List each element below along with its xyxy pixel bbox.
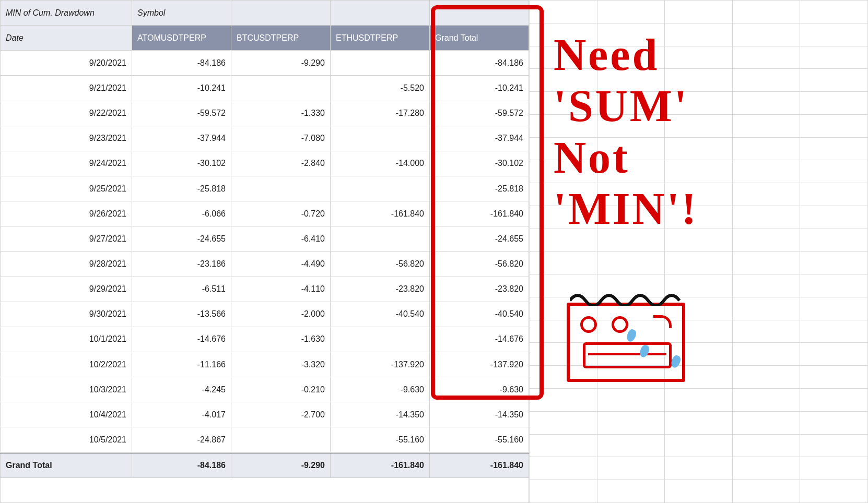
table-row[interactable]: 9/30/2021-13.566-2.000-40.540-40.540 <box>1 302 529 327</box>
blank-cell[interactable] <box>732 137 800 160</box>
blank-cell[interactable] <box>800 23 868 46</box>
blank-cell[interactable] <box>665 46 733 69</box>
blank-cell[interactable] <box>732 160 800 183</box>
value-cell[interactable]: -9.630 <box>331 377 430 402</box>
value-cell[interactable]: -5.520 <box>331 76 430 101</box>
blank-cell[interactable] <box>530 160 597 183</box>
value-cell[interactable]: -40.540 <box>331 302 430 327</box>
value-cell[interactable] <box>231 76 331 101</box>
blank-cell[interactable] <box>800 252 868 274</box>
date-cell[interactable]: 10/3/2021 <box>1 377 132 402</box>
blank-cell[interactable] <box>665 411 733 434</box>
blank-cell[interactable] <box>597 137 665 160</box>
table-row[interactable]: 9/25/2021-25.818-25.818 <box>1 176 529 201</box>
blank-cell[interactable] <box>665 69 733 92</box>
value-cell[interactable] <box>331 126 430 151</box>
date-cell[interactable]: 10/2/2021 <box>1 352 132 377</box>
blank-cell[interactable] <box>665 92 733 115</box>
value-cell[interactable]: -56.820 <box>430 252 529 277</box>
blank-cell[interactable] <box>597 229 665 252</box>
blank-cell[interactable] <box>800 274 868 297</box>
blank-cell[interactable] <box>800 160 868 183</box>
table-row[interactable]: 9/24/2021-30.102-2.840-14.000-30.102 <box>1 151 529 176</box>
value-cell[interactable]: -23.820 <box>331 277 430 302</box>
value-cell[interactable]: -6.511 <box>132 277 231 302</box>
date-cell[interactable]: 9/30/2021 <box>1 302 132 327</box>
value-cell[interactable] <box>231 176 331 201</box>
blank-cell[interactable] <box>597 46 665 69</box>
table-row[interactable]: 9/26/2021-6.066-0.720-161.840-161.840 <box>1 201 529 226</box>
value-cell[interactable]: -17.280 <box>331 101 430 126</box>
table-row[interactable]: 10/4/2021-4.017-2.700-14.350-14.350 <box>1 402 529 427</box>
table-row[interactable]: 9/29/2021-6.511-4.110-23.820-23.820 <box>1 277 529 302</box>
value-cell[interactable] <box>331 51 430 76</box>
date-cell[interactable]: 9/28/2021 <box>1 252 132 277</box>
blank-cell[interactable] <box>597 114 665 137</box>
blank-cell[interactable] <box>800 389 868 412</box>
date-cell[interactable]: 9/20/2021 <box>1 51 132 76</box>
col-header[interactable]: ETHUSDTPERP <box>331 26 430 51</box>
blank-cell[interactable] <box>597 411 665 434</box>
blank-cell[interactable] <box>597 252 665 274</box>
blank-cell[interactable] <box>732 320 800 343</box>
blank-cell[interactable] <box>597 69 665 92</box>
value-cell[interactable]: -84.186 <box>132 51 231 76</box>
blank-cell[interactable] <box>530 114 597 137</box>
value-cell[interactable]: -7.080 <box>231 126 331 151</box>
blank-cell[interactable] <box>800 366 868 389</box>
table-row[interactable]: 9/23/2021-37.944-7.080-37.944 <box>1 126 529 151</box>
value-cell[interactable]: -161.840 <box>331 201 430 226</box>
value-cell[interactable]: -161.840 <box>430 201 529 226</box>
value-cell[interactable]: -24.867 <box>132 427 231 452</box>
value-cell[interactable]: -11.166 <box>132 352 231 377</box>
blank-cell[interactable] <box>732 297 800 320</box>
blank-cell[interactable] <box>800 411 868 434</box>
blank-cell[interactable] <box>665 434 733 457</box>
spreadsheet[interactable]: MIN of Cum. Drawdown Symbol Date ATOMUSD… <box>0 0 868 503</box>
value-cell[interactable]: -24.655 <box>132 226 231 252</box>
blank-cell[interactable] <box>530 1 597 23</box>
value-cell[interactable]: -3.320 <box>231 352 331 377</box>
value-cell[interactable]: -84.186 <box>430 51 529 76</box>
blank-cell[interactable] <box>530 229 597 252</box>
date-cell[interactable]: 9/29/2021 <box>1 277 132 302</box>
value-cell[interactable]: -2.700 <box>231 402 331 427</box>
table-row[interactable]: 10/1/2021-14.676-1.630-14.676 <box>1 327 529 352</box>
table-row[interactable]: 9/22/2021-59.572-1.330-17.280-59.572 <box>1 101 529 126</box>
value-cell[interactable] <box>231 427 331 452</box>
value-cell[interactable]: -0.720 <box>231 201 331 226</box>
value-cell[interactable]: -14.676 <box>430 327 529 352</box>
blank-cell[interactable] <box>530 183 597 206</box>
table-row[interactable]: 10/3/2021-4.245-0.210-9.630-9.630 <box>1 377 529 402</box>
blank-cell[interactable] <box>665 229 733 252</box>
blank-cell[interactable] <box>665 137 733 160</box>
blank-cell[interactable] <box>530 206 597 229</box>
blank-cell[interactable] <box>530 411 597 434</box>
blank-cell[interactable] <box>665 252 733 274</box>
blank-cell[interactable] <box>800 434 868 457</box>
blank-cell[interactable] <box>597 23 665 46</box>
date-cell[interactable]: 9/26/2021 <box>1 201 132 226</box>
blank-cell[interactable] <box>732 389 800 412</box>
value-cell[interactable]: -4.110 <box>231 277 331 302</box>
blank-cell[interactable] <box>732 411 800 434</box>
blank-cell[interactable] <box>597 160 665 183</box>
value-cell[interactable]: -55.160 <box>331 427 430 452</box>
blank-cell[interactable] <box>530 480 597 503</box>
value-cell[interactable]: -30.102 <box>430 151 529 176</box>
value-cell[interactable]: -23.820 <box>430 277 529 302</box>
value-cell[interactable]: -25.818 <box>132 176 231 201</box>
table-row[interactable]: 10/5/2021-24.867-55.160-55.160 <box>1 427 529 452</box>
value-cell[interactable] <box>331 327 430 352</box>
blank-cell[interactable] <box>597 183 665 206</box>
blank-hdr[interactable] <box>331 1 430 26</box>
blank-cell[interactable] <box>800 114 868 137</box>
date-cell[interactable]: 9/25/2021 <box>1 176 132 201</box>
blank-cell[interactable] <box>732 206 800 229</box>
blank-grid[interactable] <box>529 0 868 503</box>
date-cell[interactable]: 9/27/2021 <box>1 226 132 252</box>
value-cell[interactable]: -137.920 <box>430 352 529 377</box>
blank-cell[interactable] <box>530 92 597 115</box>
blank-cell[interactable] <box>665 114 733 137</box>
grand-total-cell[interactable]: -161.840 <box>331 452 430 477</box>
